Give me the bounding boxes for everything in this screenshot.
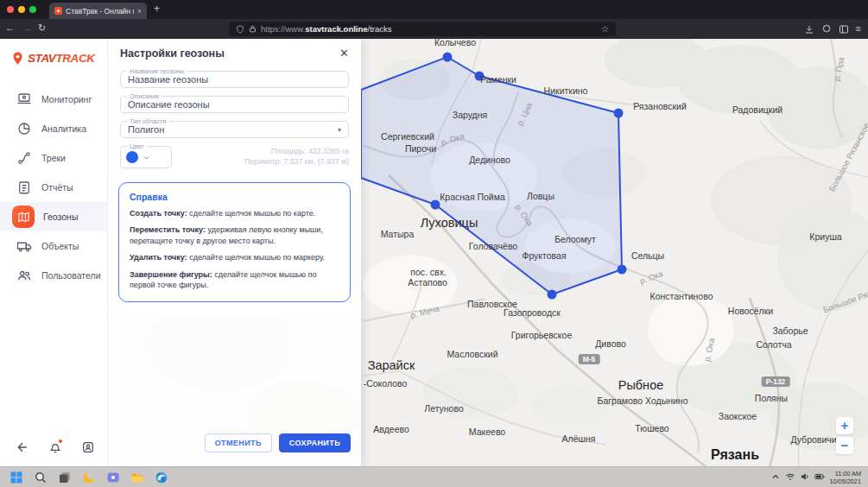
tracks-icon: [16, 149, 33, 167]
map-label: Константиново: [650, 291, 713, 301]
map-label: Зарудня: [453, 110, 487, 120]
window-minimize-button[interactable]: [18, 6, 25, 13]
map-label: Заокское: [719, 411, 757, 421]
reload-icon[interactable]: ↻: [38, 22, 46, 34]
map-zoom-in-button[interactable]: +: [836, 417, 853, 434]
account-icon[interactable]: [81, 440, 95, 454]
browser-navbar: ← → ↻ https://www.stavtrack.online/track…: [0, 19, 868, 39]
map-label: Сергиевский: [381, 131, 434, 142]
map-label: Дубровичи: [790, 434, 836, 445]
tab-close-icon[interactable]: ×: [137, 7, 142, 16]
map-label: Астапово: [408, 277, 447, 288]
geozone-name-label: Название геозоны: [127, 67, 187, 75]
color-picker[interactable]: Цвет: [120, 146, 172, 168]
geozone-description-field[interactable]: Описание Описание геозоны: [120, 96, 349, 113]
sidebar-item-label: Геозоны: [43, 212, 78, 222]
map-label: Никиткино: [544, 85, 588, 96]
window-maximize-button[interactable]: [29, 6, 36, 13]
map-label: Новосёлки: [728, 306, 773, 316]
analytics-icon: [16, 120, 33, 137]
map-label: Рязань: [711, 447, 759, 463]
firefox-icon[interactable]: [81, 470, 96, 484]
battery-icon[interactable]: [814, 471, 825, 482]
area-type-select[interactable]: Тип области Полигон ▾: [120, 121, 349, 138]
polygon-vertex[interactable]: [443, 53, 453, 62]
sidebar-item-аналитика[interactable]: Аналитика: [0, 114, 107, 143]
map-label: Криуша: [809, 231, 841, 242]
map-label: Тюшево: [635, 423, 668, 433]
help-box: Справка Создать точку: сделайте щелчок м…: [118, 182, 351, 302]
area-type-label: Тип области: [127, 117, 169, 125]
polygon-vertex[interactable]: [614, 109, 624, 118]
clock-time: 11:00 AM: [829, 470, 861, 478]
extensions-puzzle-icon[interactable]: [821, 24, 832, 35]
download-icon[interactable]: [804, 24, 814, 35]
sidebar-item-label: Отчёты: [41, 182, 73, 193]
notifications-bell-icon[interactable]: [48, 440, 62, 454]
sidebar-toggle-icon[interactable]: [839, 24, 849, 35]
tab-strip: СтавТрак - Онлайн мониторинг × +: [0, 0, 868, 19]
tray-chevron-up-icon[interactable]: [770, 471, 781, 482]
browser-tab[interactable]: СтавТрак - Онлайн мониторинг ×: [49, 3, 147, 19]
system-tray: [770, 471, 825, 482]
help-title: Справка: [130, 192, 339, 202]
help-item: Удалить точку: сделайте щелчок мышью по …: [130, 252, 339, 262]
sidebar-item-геозоны[interactable]: Геозоны: [0, 202, 107, 231]
start-icon[interactable]: [9, 470, 23, 484]
monitoring-icon: [16, 91, 33, 108]
forward-icon[interactable]: →: [22, 22, 32, 33]
map-label: Макеево: [469, 427, 505, 437]
sidebar-item-отчёты[interactable]: Отчёты: [0, 173, 107, 202]
sidebar-bottom: [16, 440, 95, 454]
taskbar-clock[interactable]: 11:00 AM 10/05/2021: [829, 470, 861, 486]
taskview-icon[interactable]: [57, 470, 72, 484]
sidebar-item-треки[interactable]: Треки: [0, 143, 107, 173]
panel-close-icon[interactable]: ✕: [339, 47, 349, 60]
color-label: Цвет: [127, 142, 147, 150]
save-button[interactable]: СОХРАНИТЬ: [279, 433, 351, 452]
bookmark-star-icon[interactable]: ☆: [601, 24, 609, 34]
map-label: Радовицкий: [732, 104, 782, 115]
chevron-down-icon: ▾: [338, 126, 341, 134]
map-label: Алёшня: [562, 433, 596, 444]
sidebar-item-label: Мониторинг: [41, 94, 92, 104]
search-icon[interactable]: [33, 470, 48, 484]
explorer-icon[interactable]: [130, 470, 144, 484]
map-label: Луховицы: [421, 216, 478, 230]
geozone-name-field[interactable]: Название геозоны Название геозоны: [120, 71, 349, 88]
back-icon[interactable]: ←: [5, 22, 15, 33]
url-text: https://www.stavtrack.online/tracks: [261, 24, 597, 34]
color-swatch[interactable]: [126, 151, 138, 163]
help-items: Создать точку: сделайте щелчок мышью по …: [130, 208, 339, 290]
chat-icon[interactable]: [105, 470, 120, 484]
sidebar-item-label: Треки: [41, 153, 66, 163]
map-label: Поляны: [755, 393, 788, 403]
polygon-vertex[interactable]: [548, 290, 557, 300]
map-label: Дединово: [469, 155, 510, 165]
wifi-icon[interactable]: [785, 471, 795, 482]
polygon-vertex[interactable]: [618, 265, 627, 275]
url-bar[interactable]: https://www.stavtrack.online/tracks ☆: [229, 22, 616, 36]
map-label: Солотча: [756, 339, 791, 350]
cancel-button[interactable]: ОТМЕНИТЬ: [205, 433, 272, 452]
chevron-down-icon: [143, 154, 150, 161]
perimeter-value: Периметр: 7.937 км, (7.937 м): [244, 157, 349, 168]
area-value: Площадь: 432.3385 га: [244, 147, 349, 157]
map-label: -Соколово: [364, 378, 408, 389]
sidebar-item-объекты[interactable]: Объекты: [0, 231, 107, 261]
map-label: Белоомут: [554, 234, 596, 244]
new-tab-button[interactable]: +: [154, 3, 160, 15]
polygon-vertex[interactable]: [431, 200, 440, 210]
geozone-settings-panel: Настройки геозоны ✕ Название геозоны Наз…: [108, 39, 361, 466]
volume-icon[interactable]: [800, 471, 810, 482]
edge-icon[interactable]: [154, 470, 168, 484]
shield-icon: [236, 25, 244, 34]
sidebar-item-пользователи[interactable]: Пользователи: [0, 261, 107, 290]
taskbar-icons: [9, 470, 168, 484]
collapse-back-icon[interactable]: [16, 440, 29, 454]
map-label: Головачёво: [469, 241, 517, 251]
window-close-button[interactable]: [7, 6, 14, 13]
sidebar-item-мониторинг[interactable]: Мониторинг: [0, 85, 107, 114]
menu-hamburger-icon[interactable]: ≡: [856, 22, 861, 36]
map-zoom-out-button[interactable]: −: [836, 437, 853, 454]
